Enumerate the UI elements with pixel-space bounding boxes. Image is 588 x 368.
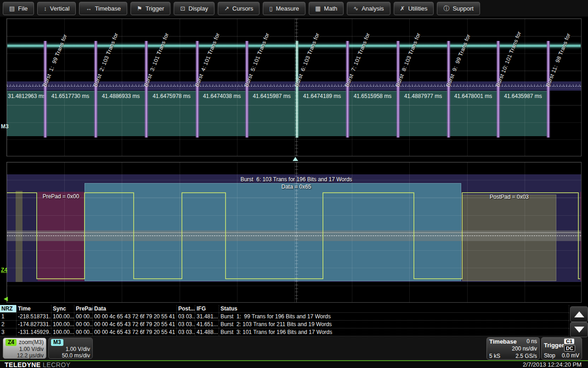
postpad-label: PostPad = 0x03 [462,194,556,200]
measurement-value-3: 41.4886933 ms [96,93,145,99]
menu-label-display: Display [188,5,208,12]
table-scroll-up-button[interactable] [570,306,588,322]
file-icon: ▤ [9,6,15,12]
table-cell: 1 [0,313,17,320]
table-header-time[interactable]: Time [17,305,51,312]
timebase-icon: ↔ [85,6,91,12]
burst-marker-9 [447,41,451,138]
burst-marker-10 [496,41,500,138]
table-cell: 00 00 4c 65 43 72 6f 79 20 55 41 52... [93,328,177,336]
z4-position-arrow [4,297,8,301]
table-header-ifg[interactable]: IFG [195,305,219,312]
menu-button-math[interactable]: ▦Math [309,2,344,15]
menu-label-cursors: Cursors [232,5,254,12]
timebase-offset: 0 ns [526,338,537,345]
m3-vdiv: 1.00 V/div [66,346,90,352]
burst-marker-11 [546,41,550,138]
menu-label-vertical: Vertical [50,5,70,12]
vertical-icon: ↕ [44,6,47,12]
table-header-post[interactable]: Post... [177,305,195,312]
utilities-icon: ✗ [400,6,405,12]
table-cell: 00 00... [74,328,93,336]
m3-descriptor-box[interactable]: M3 1.00 V/div 50.0 ms/div [48,338,93,359]
trigger-position-indicator[interactable] [293,157,298,161]
timebase-samples: 5 kS [489,353,500,360]
trigger-mode: Stop [544,352,555,359]
timebase-descriptor-box[interactable]: Timebase 0 ns 200 ns/div 5 kS 2.5 GS/s [486,337,540,360]
trigger-descriptor-box[interactable]: Trigger C1 DC Stop 0.0 mV Edge Positive [541,337,582,360]
burst-marker-5 [245,41,249,138]
table-cell: 03 03... [177,328,195,336]
brand-bold: TELEDYNE [5,361,41,368]
zoom-grid[interactable]: Burst 6: 103 Trans for 196 Bits and 17 W… [6,162,582,303]
measurement-value-9: 41.4887977 ms [399,93,447,99]
math-icon: ▦ [315,6,321,12]
table-cell: 3 [0,328,17,336]
menu-label-utilities: Utilities [408,5,427,12]
top-center-line [296,19,297,156]
table-cell: Burst 3: 101 Trans for 196 Bits and 17 W… [219,328,569,336]
table-cell: 31.481... [195,313,219,320]
table-body: 1-218.518731...100.00...00 00...00 00 4c… [0,313,569,336]
datetime-display: 2/7/2013 12:24:20 PM [523,361,583,368]
menu-button-analysis[interactable]: ∿Analysis [347,2,390,15]
burst-marker-7 [345,41,350,138]
menu-bar: ▤File↕Vertical↔Timebase⚑Trigger⊡Display↗… [0,0,588,17]
analysis-icon: ∿ [353,6,358,12]
table-cell: 100.00... [51,328,74,336]
table-cell: Burst 1: 99 Trans for 196 Bits and 17 Wo… [219,313,569,320]
table-scroll-down-button[interactable] [570,322,588,337]
table-cell: 00 00... [74,321,93,328]
timebase-title: Timebase [489,338,517,345]
menu-label-math: Math [324,5,337,12]
table-row-2[interactable]: 2-174.827331...100.00...00 00...00 00 4c… [0,321,569,328]
prepad-label: PrePad = 0x00 [38,193,84,200]
menu-button-file[interactable]: ▤File [3,2,34,15]
m3-tdiv: 50.0 ms/div [62,352,90,359]
nrz-waveform-trace [7,193,580,279]
menu-label-support: Support [452,5,474,12]
burst-marker-4 [195,41,199,138]
menu-button-support[interactable]: ⓘSupport [437,2,480,15]
top-grid[interactable]: 31.4812963 ms41.6517730 ms41.4886933 ms4… [6,18,582,156]
menu-button-measure[interactable]: ▯Measure [263,2,305,15]
trigger-level: 0.0 mV [562,352,579,359]
trigger-source-badge: C1 [564,339,574,344]
table-cell: Burst 2: 103 Trans for 211 Bits and 19 W… [219,321,569,328]
menu-button-cursors[interactable]: ↗Cursors [218,2,260,15]
menu-button-display[interactable]: ⊡Display [174,2,215,15]
measurement-value-7: 41.6474189 ms [298,93,346,99]
measure-icon: ▯ [269,6,272,12]
trigger-icon: ⚑ [137,6,142,12]
measurement-value-6: 41.6415987 ms [248,93,296,99]
z4-descriptor-box[interactable]: Z4 zoom(M3) 1.00 V/div 12.2 µs/div [3,338,46,359]
z4-channel-label: Z4 [1,267,7,273]
trigger-coupling-badge: DC [564,345,575,351]
measurement-value-1: 31.4812963 ms [8,93,44,99]
table-row-3[interactable]: 3-131.145929...100.00...00 00...00 00 4c… [0,328,569,336]
burst-marker-3 [144,41,148,138]
menu-button-utilities[interactable]: ✗Utilities [394,2,434,15]
burst-marker-1 [43,41,47,138]
table-cell: 100.00... [51,321,74,328]
measurement-value-4: 41.6475978 ms [147,93,196,99]
menu-button-trigger[interactable]: ⚑Trigger [130,2,170,15]
m3-badge: M3 [51,339,63,346]
table-header-status[interactable]: Status [219,305,569,312]
table-header-nrz[interactable]: NRZ [0,305,17,312]
measurement-value-5: 41.6474038 ms [198,93,246,99]
table-cell: 41.488... [195,328,219,336]
menu-button-vertical[interactable]: ↕Vertical [37,2,76,15]
display-icon: ⊡ [180,6,185,12]
menu-button-timebase[interactable]: ↔Timebase [79,2,127,15]
table-header-data[interactable]: Data [93,305,177,312]
table-cell: 00 00... [74,313,93,320]
table-header-prepad[interactable]: PrePad [74,305,93,312]
table-row-1[interactable]: 1-218.518731...100.00...00 00...00 00 4c… [0,313,569,321]
table-header-sync[interactable]: Sync [51,305,74,312]
z4-tdiv: 12.2 µs/div [17,352,44,359]
measurement-value-8: 41.6515958 ms [348,93,397,99]
z4-title: zoom(M3) [19,339,44,346]
brand-light: LECROY [43,361,71,368]
footer-bar: TELEDYNE LECROY 2/7/2013 12:24:20 PM [0,360,588,368]
